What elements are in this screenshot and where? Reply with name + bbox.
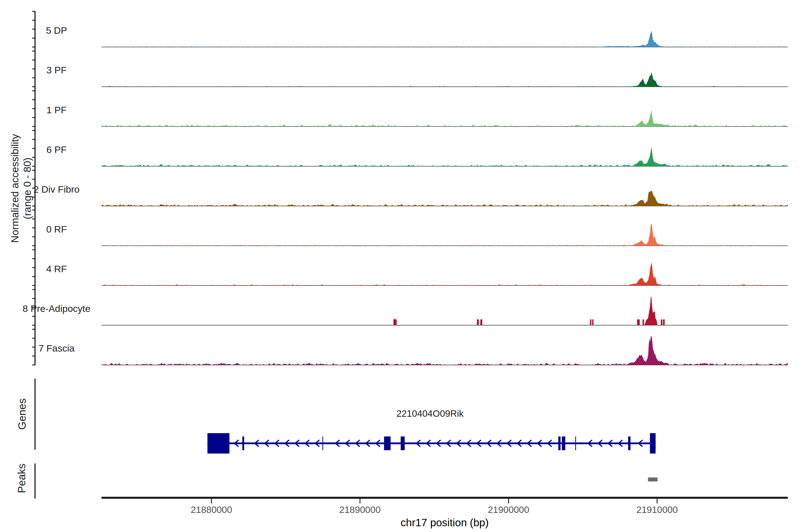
- tracks-canvas: [0, 0, 798, 532]
- gene-exon: [401, 436, 405, 450]
- track-signal-5-dp: [101, 31, 788, 47]
- gene-exon: [208, 433, 229, 454]
- track-signal-block: [592, 319, 593, 325]
- track-signal-4-rf: [101, 263, 788, 285]
- track-signal-block: [637, 319, 640, 325]
- track-label-6-pf: 6 PF: [9, 144, 104, 155]
- gene-exon: [628, 436, 631, 450]
- x-axis-tick-label: 21890000: [324, 505, 396, 515]
- track-label-0-rf: 0 RF: [9, 224, 104, 235]
- track-label-4-rf: 4 RF: [9, 263, 104, 274]
- track-signal-block: [480, 319, 482, 325]
- track-signal-block: [663, 319, 665, 325]
- track-signal-6-pf: [101, 147, 788, 166]
- x-axis-tick-label: 21900000: [473, 505, 544, 515]
- track-signal-1-pf: [101, 110, 788, 127]
- x-axis-tick-label: 21880000: [176, 505, 247, 515]
- x-axis-tick-label: 21910000: [622, 505, 692, 515]
- gene-exon: [558, 436, 560, 450]
- track-signal-block: [643, 319, 644, 325]
- coverage-plot-figure: Normalized accessibility (range 0 - 80) …: [0, 0, 798, 532]
- gene-name-label: 2210404O09Rik: [341, 408, 519, 419]
- track-signal-0-rf: [101, 224, 788, 246]
- track-signal-block: [477, 319, 479, 325]
- gene-exon: [562, 436, 565, 450]
- track-signal-7-fascia: [101, 336, 788, 365]
- track-label-5-dp: 5 DP: [9, 25, 104, 36]
- gene-exon: [322, 436, 323, 450]
- gene-exon: [650, 433, 656, 454]
- track-signal-block: [394, 319, 397, 325]
- track-label-3-pf: 3 PF: [9, 64, 104, 76]
- x-axis-line: [101, 497, 788, 499]
- peak-interval-box: [648, 477, 658, 481]
- track-signal-block: [661, 319, 662, 325]
- track-label-1-pf: 1 PF: [9, 104, 104, 115]
- track-signal-2-div-fibro: [101, 190, 788, 206]
- peaks-section-label: Peaks: [16, 407, 27, 532]
- track-label-2-div-fibro: 2 Div Fibro: [9, 184, 104, 195]
- track-label-8-pre-adipocyte: 8 Pre-Adipocyte: [9, 303, 104, 314]
- gene-exon: [575, 436, 576, 450]
- gene-exon: [384, 436, 391, 450]
- track-signal-block: [590, 319, 591, 325]
- track-signal-8-pre-adipocyte: [101, 297, 788, 325]
- gene-exon: [242, 436, 244, 450]
- x-axis-title: chr17 position (bp): [289, 516, 600, 529]
- track-signal-3-pf: [101, 72, 788, 87]
